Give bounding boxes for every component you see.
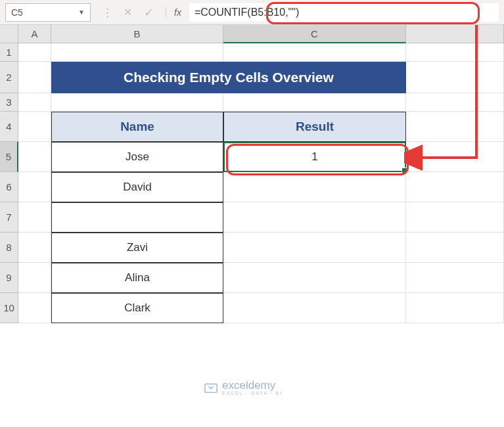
cell-D2[interactable]	[406, 62, 504, 93]
row-header-9[interactable]: 9	[0, 263, 18, 293]
cell-C9[interactable]	[223, 263, 406, 293]
cell-D9[interactable]	[406, 263, 504, 293]
watermark-tagline: EXCEL · DATA · BI	[222, 391, 283, 395]
cell-A4[interactable]	[18, 112, 51, 142]
cell-area: Checking Empty Cells Overview Name Resul…	[18, 43, 504, 323]
fx-icon[interactable]: fx	[166, 7, 184, 18]
cell-D5[interactable]	[406, 142, 504, 172]
cell-B10[interactable]: Clark	[51, 293, 223, 323]
col-header-C[interactable]: C	[223, 25, 406, 43]
name-box[interactable]: C5 ▼	[5, 3, 91, 22]
cell-B6[interactable]: David	[51, 172, 223, 202]
name-box-value: C5	[11, 7, 23, 18]
cell-A9[interactable]	[18, 263, 51, 293]
spreadsheet-grid: A B C 1 2 3 4 5 6 7 8 9 10 Checking Empt…	[0, 25, 504, 323]
cell-C7[interactable]	[223, 202, 406, 233]
formula-bar-actions: ⋮ ✕ ✓	[96, 5, 160, 20]
row-header-5[interactable]: 5	[0, 142, 18, 172]
cell-A7[interactable]	[18, 202, 51, 233]
cell-C8[interactable]	[223, 233, 406, 263]
cell-A3[interactable]	[18, 93, 51, 112]
cell-B7[interactable]	[51, 202, 223, 233]
name-box-dropdown-icon[interactable]: ▼	[78, 9, 85, 16]
watermark-logo-icon	[204, 380, 218, 395]
row-header-6[interactable]: 6	[0, 172, 18, 202]
row-header-1[interactable]: 1	[0, 43, 18, 62]
row-header-4[interactable]: 4	[0, 112, 18, 142]
row-header-10[interactable]: 10	[0, 293, 18, 323]
cell-C6[interactable]	[223, 172, 406, 202]
watermark-name: exceldemy	[222, 380, 283, 391]
title-banner[interactable]: Checking Empty Cells Overview	[51, 62, 406, 93]
watermark: exceldemy EXCEL · DATA · BI	[204, 380, 283, 395]
formula-text: =COUNTIF(B5:B10,"")	[195, 7, 299, 18]
formula-input[interactable]: =COUNTIF(B5:B10,"")	[189, 3, 499, 22]
cell-D1[interactable]	[406, 43, 504, 62]
cell-D8[interactable]	[406, 233, 504, 263]
cell-D6[interactable]	[406, 172, 504, 202]
cell-C5[interactable]: 1	[223, 142, 406, 172]
cell-B3[interactable]	[51, 93, 223, 112]
dropdown-dots-icon[interactable]: ⋮	[103, 7, 112, 18]
cell-A10[interactable]	[18, 293, 51, 323]
row-header-2[interactable]: 2	[0, 62, 18, 93]
cell-A2[interactable]	[18, 62, 51, 93]
cell-A6[interactable]	[18, 172, 51, 202]
cell-D3[interactable]	[406, 93, 504, 112]
cell-C10[interactable]	[223, 293, 406, 323]
confirm-icon[interactable]: ✓	[144, 5, 154, 20]
formula-container: fx =COUNTIF(B5:B10,"")	[166, 3, 499, 22]
col-header-B[interactable]: B	[51, 25, 223, 43]
select-all-corner[interactable]	[0, 25, 18, 43]
cancel-icon[interactable]: ✕	[124, 6, 132, 18]
cell-C3[interactable]	[223, 93, 406, 112]
header-name[interactable]: Name	[51, 112, 223, 142]
column-headers: A B C	[18, 25, 504, 43]
col-header-D[interactable]	[406, 25, 504, 43]
cell-D10[interactable]	[406, 293, 504, 323]
col-header-A[interactable]: A	[18, 25, 51, 43]
cell-B8[interactable]: Zavi	[51, 233, 223, 263]
cell-A1[interactable]	[18, 43, 51, 62]
cell-D7[interactable]	[406, 202, 504, 233]
row-header-8[interactable]: 8	[0, 233, 18, 263]
header-result[interactable]: Result	[223, 112, 406, 142]
formula-bar: C5 ▼ ⋮ ✕ ✓ fx =COUNTIF(B5:B10,"")	[0, 0, 504, 25]
cell-A5[interactable]	[18, 142, 51, 172]
cell-B1[interactable]	[51, 43, 223, 62]
row-header-7[interactable]: 7	[0, 202, 18, 233]
row-headers: 1 2 3 4 5 6 7 8 9 10	[0, 43, 18, 323]
cell-B5[interactable]: Jose	[51, 142, 223, 172]
row-header-3[interactable]: 3	[0, 93, 18, 112]
cell-D4[interactable]	[406, 112, 504, 142]
cell-B9[interactable]: Alina	[51, 263, 223, 293]
cell-A8[interactable]	[18, 233, 51, 263]
cell-C1[interactable]	[223, 43, 406, 62]
